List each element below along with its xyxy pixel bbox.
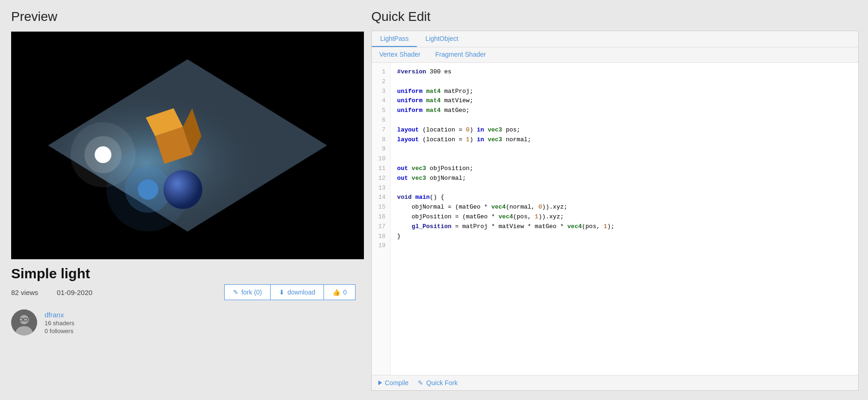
editor-footer: Compile ✎ Quick Fork [372,375,858,390]
left-panel: Preview [0,0,367,400]
quick-fork-button[interactable]: ✎ Quick Fork [418,379,458,387]
tab-vertex-shader[interactable]: Vertex Shader [372,47,428,62]
author-info: dfranx 16 shaders 0 followers [45,311,74,334]
fork-icon: ✎ [233,289,239,296]
tab-fragment-shader[interactable]: Fragment Shader [428,47,493,62]
tab-lightobject[interactable]: LightObject [417,31,466,47]
author-row: dfranx 16 shaders 0 followers [11,309,356,335]
preview-canvas [11,32,364,259]
line-numbers: 12345 678910 1112131415 16171819 [372,63,391,375]
compile-icon [378,380,382,385]
tab-lightpass[interactable]: LightPass [372,31,417,47]
avatar [11,309,37,335]
editor-container: LightPass LightObject Vertex Shader Frag… [371,31,859,391]
svg-point-12 [163,170,202,209]
compile-button[interactable]: Compile [378,379,408,387]
quick-edit-title: Quick Edit [371,9,859,24]
scene-svg [11,32,364,259]
like-button[interactable]: 👍 0 [324,284,356,300]
quick-fork-label: Quick Fork [426,379,458,387]
author-followers: 0 followers [45,328,74,334]
like-count: 0 [343,289,347,296]
download-button[interactable]: ⬇ download [270,284,324,300]
publish-date: 01-09-2020 [57,289,92,296]
like-icon: 👍 [332,289,340,296]
right-panel: Quick Edit LightPass LightObject Vertex … [367,0,868,400]
download-icon: ⬇ [279,289,285,296]
code-content: #version 300 es uniform mat4 matProj; un… [391,63,858,375]
preview-title: Preview [11,9,356,24]
action-buttons: ✎ fork (0) ⬇ download 👍 0 [224,284,356,300]
fork-label: fork (0) [241,289,262,296]
view-count: 82 views [11,289,38,296]
compile-label: Compile [385,379,408,387]
meta-row: 82 views 01-09-2020 ✎ fork (0) ⬇ downloa… [11,284,356,300]
shader-tab-row: Vertex Shader Fragment Shader [372,47,858,63]
shader-title: Simple light [11,266,356,282]
author-shaders: 16 shaders [45,320,74,327]
quick-fork-pencil-icon: ✎ [418,379,423,387]
download-label: download [287,289,315,296]
code-area: 12345 678910 1112131415 16171819 #versio… [372,63,858,375]
fork-button[interactable]: ✎ fork (0) [224,284,270,300]
author-name[interactable]: dfranx [45,311,74,319]
pass-tab-row: LightPass LightObject [372,31,858,47]
